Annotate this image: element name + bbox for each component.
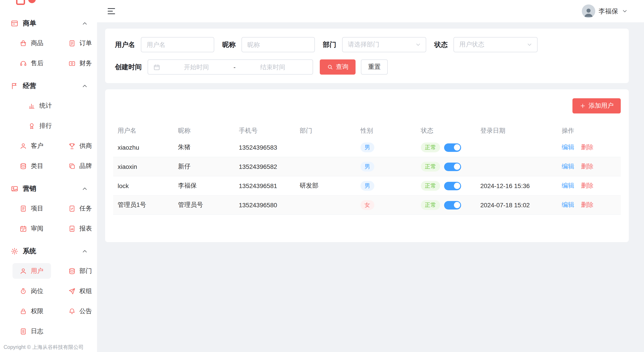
stats-icon: [28, 102, 35, 109]
username-filter-label: 用户名: [115, 40, 135, 49]
table-header-row: 用户名昵称手机号部门性别状态登录日期操作: [113, 123, 621, 138]
logo-mark-square: [16, 0, 25, 5]
sidebar-item-user[interactable]: 用户: [0, 261, 48, 281]
search-button[interactable]: 查询: [320, 59, 356, 75]
status-toggle[interactable]: [444, 201, 461, 209]
delete-link[interactable]: 删除: [581, 163, 594, 170]
sidebar-section-header-system[interactable]: 系统: [0, 241, 97, 261]
finance-icon: [68, 60, 75, 67]
sidebar-item-post[interactable]: 岗位: [0, 281, 48, 301]
delete-link[interactable]: 删除: [581, 182, 594, 189]
sidebar-item-permission[interactable]: 权限: [0, 301, 48, 321]
column-header: 登录日期: [476, 123, 557, 138]
end-date-input[interactable]: [238, 63, 307, 71]
status-toggle[interactable]: [444, 181, 461, 190]
sidebar-item-category[interactable]: 类目: [0, 156, 48, 176]
sidebar-item-review[interactable]: 审阅: [0, 218, 48, 239]
username-cell: xiaoxin: [113, 157, 174, 176]
sidebar-item-permgroup[interactable]: 权组: [48, 281, 97, 301]
status-select[interactable]: 用户状态: [454, 37, 538, 52]
actions-cell: 编辑删除: [557, 195, 621, 215]
sidebar-item-order[interactable]: 订单: [48, 33, 97, 53]
sidebar-menu: 商单商品订单售后财务经营统计排行客户供商类目品牌营销项目任务审阅报表系统用户部门…: [0, 13, 97, 341]
sidebar-item-brand[interactable]: 品牌: [48, 156, 97, 176]
status-toggle[interactable]: [444, 143, 461, 152]
date-range-picker[interactable]: -: [148, 59, 313, 75]
department-select[interactable]: 请选择部门: [342, 37, 426, 52]
sidebar-item-label: 财务: [80, 59, 92, 67]
sidebar-item-finance[interactable]: 财务: [48, 53, 97, 73]
copyright: Copyright © 上海从谷科技有限公司: [4, 344, 84, 351]
sidebar-item-task[interactable]: 任务: [48, 198, 97, 218]
calendar-icon: [154, 64, 160, 70]
edit-link[interactable]: 编辑: [562, 143, 574, 151]
sidebar-toggle-button[interactable]: [107, 7, 116, 16]
user-menu[interactable]: 李福保: [582, 4, 628, 18]
add-user-button[interactable]: 添加用户: [572, 98, 621, 113]
status-toggle[interactable]: [444, 162, 461, 171]
gender-badge: 男: [360, 181, 374, 191]
sidebar-item-announcement[interactable]: 公告: [48, 301, 97, 321]
phone-cell: 13524396583: [234, 138, 295, 157]
sidebar-item-aftersale[interactable]: 售后: [0, 53, 48, 73]
sidebar-item-stats[interactable]: 统计: [0, 96, 97, 116]
gender-cell: 男: [356, 138, 416, 157]
chevron-up-icon: [82, 20, 88, 26]
report-icon: [68, 225, 75, 232]
edit-link[interactable]: 编辑: [562, 182, 574, 189]
username-filter-input[interactable]: [141, 37, 214, 52]
status-filter: 状态 用户状态: [434, 37, 538, 52]
table-body: xiaozhu朱猪13524396583男正常编辑删除xiaoxin新仔1352…: [113, 138, 621, 215]
username-cell: lock: [113, 176, 174, 195]
sidebar-section-header-marketing[interactable]: 营销: [0, 179, 97, 198]
sidebar-item-project[interactable]: 项目: [0, 198, 48, 218]
sidebar-item-label: 统计: [39, 102, 52, 110]
avatar[interactable]: [582, 4, 595, 18]
delete-link[interactable]: 删除: [581, 143, 594, 151]
username-cell: 管理员1号: [113, 195, 174, 215]
created-time-filter-label: 创建时间: [115, 63, 142, 71]
status-wrap: 正常: [421, 143, 471, 152]
edit-link[interactable]: 编辑: [562, 201, 574, 208]
section-items-system: 用户部门岗位权组权限公告日志: [0, 261, 97, 341]
user-icon: [20, 267, 27, 275]
brand-icon: [68, 162, 75, 170]
status-badge: 正常: [421, 143, 440, 152]
edit-link[interactable]: 编辑: [562, 163, 574, 170]
section-items-orders: 商品订单售后财务: [0, 33, 97, 73]
department-filter: 部门 请选择部门: [323, 37, 426, 52]
marketing-icon: [11, 185, 18, 192]
logo: [0, 0, 97, 13]
sidebar-item-customer[interactable]: 客户: [0, 136, 48, 156]
status-cell: 正常: [416, 157, 476, 176]
sidebar-item-rank[interactable]: 排行: [0, 116, 97, 136]
sidebar-item-supplier[interactable]: 供商: [48, 136, 97, 156]
task-icon: [68, 205, 75, 212]
start-date-input[interactable]: [162, 63, 231, 71]
department-select-placeholder: 请选择部门: [348, 41, 415, 49]
search-button-label: 查询: [336, 63, 348, 71]
section-label: 营销: [23, 184, 82, 193]
nickname-filter-input[interactable]: [242, 37, 315, 52]
sidebar-section-header-orders[interactable]: 商单: [0, 13, 97, 33]
sidebar-item-label: 售后: [31, 59, 44, 67]
sidebar-item-label: 商品: [31, 39, 44, 47]
sidebar-item-product[interactable]: 商品: [0, 33, 48, 53]
login-date-cell: [476, 157, 557, 176]
supplier-icon: [68, 142, 75, 150]
announcement-icon: [68, 308, 75, 315]
sidebar-item-department[interactable]: 部门: [48, 261, 97, 281]
delete-link[interactable]: 删除: [581, 201, 594, 208]
search-icon: [327, 64, 333, 70]
sidebar-section-header-business[interactable]: 经营: [0, 76, 97, 96]
log-icon: [20, 328, 27, 335]
nickname-cell: 李福保: [174, 176, 234, 195]
sidebar-item-label: 订单: [80, 39, 92, 47]
reset-button[interactable]: 重置: [361, 59, 388, 75]
business-icon: [11, 82, 18, 90]
section-label: 经营: [23, 82, 82, 90]
sidebar-item-report[interactable]: 报表: [48, 218, 97, 239]
sidebar-item-log[interactable]: 日志: [0, 321, 48, 341]
sidebar-section-marketing: 营销项目任务审阅报表: [0, 179, 97, 239]
status-wrap: 正常: [421, 200, 471, 210]
